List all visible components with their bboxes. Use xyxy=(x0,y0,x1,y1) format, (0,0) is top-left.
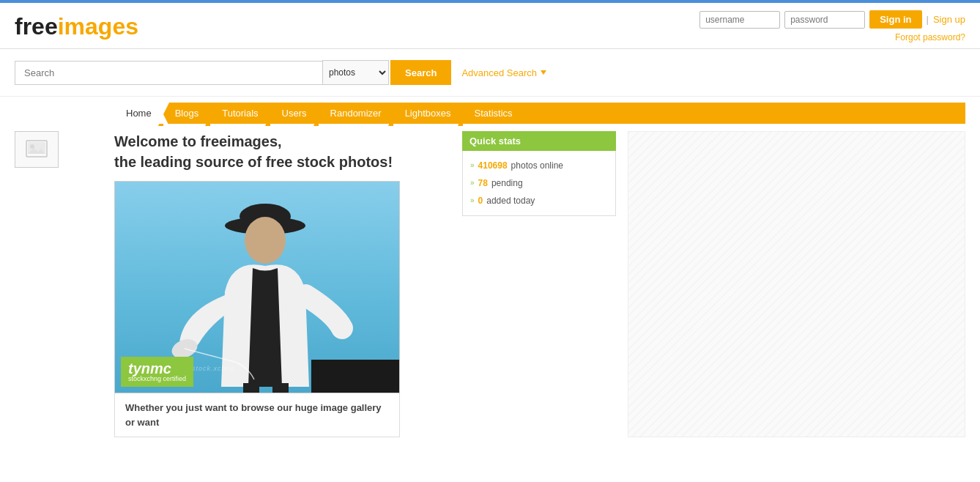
hero-image: tynmc stockxchng certified stock.xchng xyxy=(114,181,400,393)
welcome-line2: the leading source of free stock photos! xyxy=(114,154,393,170)
sidebar-icon-box xyxy=(15,131,59,168)
certification-badge: tynmc stockxchng certified xyxy=(121,357,193,387)
tab-home[interactable]: Home xyxy=(114,103,163,124)
search-bar: photos illustrations vectors Search Adva… xyxy=(0,49,980,97)
tab-tutorials[interactable]: Tutorials xyxy=(210,103,270,124)
signup-link[interactable]: Sign up xyxy=(933,14,965,25)
black-bar xyxy=(311,360,399,393)
chevron-down-icon xyxy=(541,70,546,75)
sidebar-thumbnail-icon xyxy=(25,138,48,161)
advanced-search-link[interactable]: Advanced Search xyxy=(461,67,546,78)
search-button[interactable]: Search xyxy=(390,60,451,85)
welcome-text-bottom: Whether you just want to browse our huge… xyxy=(114,393,400,437)
right-decorative-area xyxy=(628,131,965,437)
welcome-bottom-text: Whether you just want to browse our huge… xyxy=(125,402,382,428)
welcome-title: Welcome to freeimages, the leading sourc… xyxy=(114,131,450,172)
nav-tabs: Home Blogs Tutorials Users Randomizer Li… xyxy=(114,103,965,124)
auth-top: Sign in | Sign up xyxy=(699,10,965,29)
sidebar xyxy=(15,131,103,437)
cert-sub: stockxchng certified xyxy=(128,376,186,382)
signin-button[interactable]: Sign in xyxy=(869,10,921,29)
stat-added-today: » 0 added today xyxy=(470,192,608,210)
header: freeimages Sign in | Sign up Forgot pass… xyxy=(0,3,980,49)
tab-statistics[interactable]: Statistics xyxy=(463,103,524,124)
sketch-watermark: stock.xchng xyxy=(192,365,235,372)
main-content: Welcome to freeimages, the leading sourc… xyxy=(0,131,980,437)
tab-users[interactable]: Users xyxy=(270,103,319,124)
forgot-password-area: Forgot password? xyxy=(895,31,965,42)
svg-point-6 xyxy=(245,217,286,264)
content-area: Welcome to freeimages, the leading sourc… xyxy=(114,131,450,437)
cert-name: tynmc xyxy=(128,360,171,377)
stat-pending: » 78 pending xyxy=(470,174,608,192)
username-input[interactable] xyxy=(699,11,780,29)
welcome-line1: Welcome to freeimages, xyxy=(114,133,282,149)
quick-stats-body: » 410698 photos online » 78 pending » 0 … xyxy=(462,151,616,216)
quick-stats-header: Quick stats xyxy=(462,131,616,151)
search-input[interactable] xyxy=(15,61,322,85)
svg-rect-9 xyxy=(272,383,289,393)
svg-rect-8 xyxy=(243,383,259,393)
nav-area: Home Blogs Tutorials Users Randomizer Li… xyxy=(15,103,965,124)
advanced-search-label: Advanced Search xyxy=(461,67,537,78)
forgot-password-link[interactable]: Forgot password? xyxy=(895,32,965,42)
password-input[interactable] xyxy=(784,11,865,29)
logo-free: free xyxy=(15,13,58,40)
stat-photos-online: » 410698 photos online xyxy=(470,157,608,174)
quick-stats-panel: Quick stats » 410698 photos online » 78 … xyxy=(462,131,616,437)
auth-divider: | xyxy=(927,14,929,25)
tab-randomizer[interactable]: Randomizer xyxy=(319,103,393,124)
auth-area: Sign in | Sign up Forgot password? xyxy=(699,10,965,42)
logo-images: images xyxy=(58,13,138,40)
nav-tabs-wrapper: Home Blogs Tutorials Users Randomizer Li… xyxy=(114,103,965,124)
search-category-select[interactable]: photos illustrations vectors xyxy=(322,60,389,85)
tab-blogs[interactable]: Blogs xyxy=(163,103,211,124)
tab-lightboxes[interactable]: Lightboxes xyxy=(393,103,463,124)
logo[interactable]: freeimages xyxy=(15,15,138,38)
